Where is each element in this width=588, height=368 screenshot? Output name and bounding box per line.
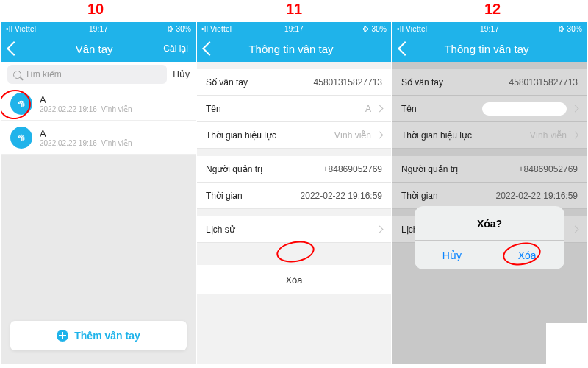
fingerprint-list: A 2022.02.22 19:16 Vĩnh viễn A 2022.02.2… [1,87,196,155]
status-bar: •Il Viettel 19:17 ⚙ 30% [392,22,587,35]
fingerprint-name: A [40,94,132,105]
row-time: Thời gian 2022-02-22 19:16:59 [197,183,391,209]
chevron-right-icon [572,132,579,139]
dialog-cancel-button[interactable]: Hủy [415,241,490,269]
chevron-right-icon [376,226,384,233]
row-history[interactable]: Lịch sử [197,216,391,243]
page-title: Vân tay [25,43,163,55]
page-title: Thông tin vân tay [416,43,557,55]
search-bar: Tìm kiếm Hủy [1,62,196,87]
chevron-right-icon [376,132,384,139]
carrier-text: •Il Viettel [6,25,68,33]
detail-section-2: Người quản trị +84869052769 Thời gian 20… [392,156,587,209]
row-admin: Người quản trị +84869052769 [197,156,391,183]
detail-section-3: Lịch sử [197,216,391,243]
fingerprint-icon [10,93,32,115]
page-title: Thông tin vân tay [220,43,362,55]
status-bar: •Il Viettel 19:17 ⚙ 30% [197,22,391,35]
detail-section-1: Số vân tay 45801315827713 Tên A Thời gia… [197,69,391,149]
nav-header: Thông tin vân tay [197,35,391,62]
row-time: Thời gian 2022-02-22 19:16:59 [392,183,587,209]
corner-patch [546,323,587,364]
back-icon[interactable] [202,41,217,56]
confirm-dialog: Xóa? Hủy Xóa [415,206,564,269]
fingerprint-meta: 2022.02.22 19:16 Vĩnh viễn [40,139,132,147]
carrier-text: •Il Viettel [201,25,263,33]
row-admin: Người quản trị +84869052769 [392,156,587,183]
screen-fingerprint-detail: •Il Viettel 19:17 ⚙ 30% Thông tin vân ta… [197,22,391,364]
battery-text: ⚙ 30% [520,25,582,33]
clock-text: 19:17 [459,25,520,33]
list-item[interactable]: A 2022.02.22 19:16 Vĩnh viễn [1,87,196,121]
clock-text: 19:17 [68,25,129,33]
fingerprint-icon [10,127,32,149]
delete-button[interactable]: Xóa [197,265,391,294]
step-label-10: 10 [74,1,118,16]
chevron-right-icon [572,226,579,233]
row-validity[interactable]: Thời gian hiệu lực Vĩnh viễn [392,122,587,149]
row-name[interactable]: Tên [392,96,587,122]
screen-fingerprint-list: •Il Viettel 19:17 ⚙ 30% Vân tay Cài lại … [1,22,196,364]
row-name[interactable]: Tên A [197,96,391,122]
search-placeholder: Tìm kiếm [25,69,62,79]
search-icon [13,71,21,79]
nav-header: Vân tay Cài lại [1,35,196,62]
list-item[interactable]: A 2022.02.22 19:16 Vĩnh viễn [1,121,196,155]
back-icon[interactable] [7,41,21,56]
chevron-right-icon [376,105,384,113]
reset-button[interactable]: Cài lại [163,43,188,54]
detail-section-2: Người quản trị +84869052769 Thời gian 20… [197,156,391,209]
add-fingerprint-button[interactable]: Thêm vân tay [10,321,187,350]
screen-delete-confirm: •Il Viettel 19:17 ⚙ 30% Thông tin vân ta… [392,22,587,364]
nav-header: Thông tin vân tay [392,35,587,62]
row-validity[interactable]: Thời gian hiệu lực Vĩnh viễn [197,122,391,149]
clock-text: 19:17 [263,25,325,33]
battery-text: ⚙ 30% [325,25,387,33]
status-bar: •Il Viettel 19:17 ⚙ 30% [1,22,196,35]
row-fingerprint-id: Số vân tay 45801315827713 [197,69,391,96]
carrier-text: •Il Viettel [397,25,459,33]
step-label-12: 12 [470,1,514,16]
step-label-11: 11 [272,1,316,16]
dialog-confirm-button[interactable]: Xóa [490,241,564,269]
row-fingerprint-id: Số vân tay 45801315827713 [392,69,587,96]
fingerprint-name: A [40,128,132,139]
add-fingerprint-label: Thêm vân tay [74,330,140,342]
battery-text: ⚙ 30% [129,25,191,33]
fingerprint-meta: 2022.02.22 19:16 Vĩnh viễn [40,105,132,113]
plus-icon [57,330,68,342]
dialog-title: Xóa? [415,206,564,240]
back-icon[interactable] [398,41,412,56]
search-cancel-button[interactable]: Hủy [173,69,190,79]
redacted-value [482,102,567,116]
chevron-right-icon [572,105,579,113]
search-input[interactable]: Tìm kiếm [7,65,167,84]
detail-section-1: Số vân tay 45801315827713 Tên Thời gian … [392,69,587,149]
